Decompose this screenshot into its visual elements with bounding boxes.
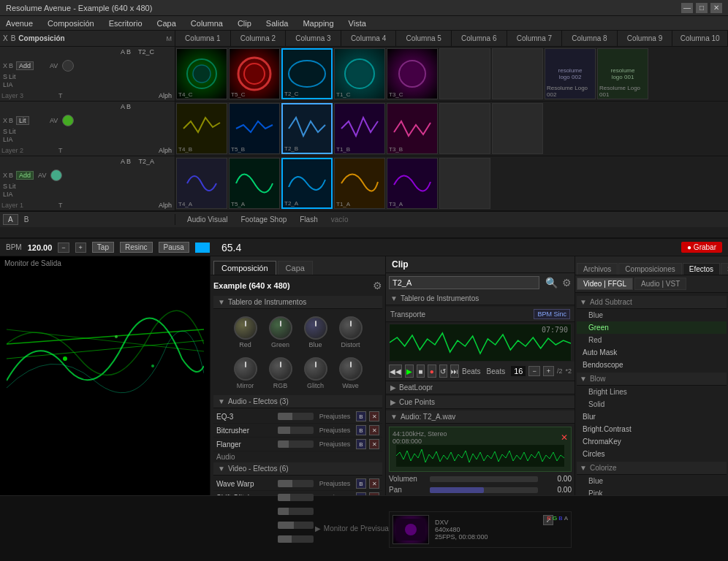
menu-mapping[interactable]: Mapping <box>300 19 336 28</box>
knob-blue-control[interactable] <box>304 316 327 340</box>
clip-l1-4[interactable]: T1_A <box>334 158 385 209</box>
layer3-lit[interactable]: Lit <box>9 73 16 80</box>
clip-l3-5[interactable]: T3_C <box>387 48 438 99</box>
maximize-button[interactable]: □ <box>696 3 708 13</box>
tab-composicion[interactable]: Composición <box>213 261 276 275</box>
clip-l3-4[interactable]: T1_C <box>334 48 385 99</box>
layer1-lit[interactable]: Lit <box>9 183 16 190</box>
clip-tablero-header[interactable]: ▼ Tablero de Instrumentos <box>386 292 575 305</box>
effect-circles[interactable]: Circles <box>577 448 727 460</box>
audio-close-icon[interactable]: ✕ <box>561 432 568 443</box>
clip-search-icon[interactable]: 🔍 <box>545 277 558 289</box>
beats-number[interactable]: 16 <box>511 366 526 376</box>
effects-tab-sources[interactable]: Sources <box>721 263 728 275</box>
clip-l1-5[interactable]: T3_A <box>387 158 438 209</box>
clip-name-input[interactable] <box>389 276 539 289</box>
clip-l2-3[interactable]: T2_B <box>281 103 333 154</box>
layer2-x[interactable]: X <box>3 117 7 124</box>
video-section-header[interactable]: ▼ Video - Efectos (6) <box>213 462 382 476</box>
col-header-9[interactable]: Columna 9 <box>618 31 673 46</box>
clip-l2-2[interactable]: T5_B <box>229 103 280 154</box>
effects-tab-efectos[interactable]: Efectos <box>683 263 720 275</box>
col-header-10[interactable]: Columna 10 <box>672 31 728 46</box>
bpm-value[interactable]: 120.00 <box>28 243 53 252</box>
transport-play[interactable]: ▶ <box>405 365 414 378</box>
category-blow[interactable]: ▼ Blow <box>577 373 727 386</box>
layer3-x[interactable]: X <box>3 62 7 69</box>
effect-addsubtract-blue[interactable]: Blue <box>577 309 727 321</box>
effect-addsubtract-red[interactable]: Red <box>577 334 727 346</box>
menu-vista[interactable]: Vista <box>346 19 369 28</box>
nav-vacio[interactable]: vacío <box>325 214 354 225</box>
beats-minus[interactable]: − <box>528 366 539 376</box>
layer2-btn-lit[interactable]: Lit <box>16 116 29 125</box>
col-header-8[interactable]: Columna 8 <box>562 31 618 46</box>
layer3-btn-add[interactable]: Add <box>16 61 34 70</box>
layer1-s[interactable]: S <box>3 183 7 190</box>
clip-l2-5[interactable]: T3_B <box>387 103 438 154</box>
menu-composicion[interactable]: Composición <box>45 19 97 28</box>
effect-bitcrusher-b[interactable]: B <box>356 425 366 435</box>
subtab-video[interactable]: Video | FFGL <box>577 278 633 290</box>
tab-capa[interactable]: Capa <box>278 261 313 275</box>
tablero-header[interactable]: ▼ Tablero de Instrumentos <box>213 296 382 309</box>
effect-bitcrusher-x[interactable]: ✕ <box>369 425 379 435</box>
effect-eq3-b[interactable]: B <box>356 411 366 421</box>
clip-l2-4[interactable]: T1_B <box>334 103 385 154</box>
layer1-lia[interactable]: LIA <box>3 191 13 198</box>
knob-glitch-control[interactable] <box>304 357 327 381</box>
category-colorize[interactable]: ▼ Colorize <box>577 462 727 475</box>
bpm-toggle[interactable] <box>195 243 210 253</box>
menu-salida[interactable]: Salida <box>263 19 292 28</box>
effect-automask[interactable]: Auto Mask <box>577 346 727 359</box>
effects-tab-archivos[interactable]: Archivos <box>577 263 618 275</box>
nav-audio-visual[interactable]: Audio Visual <box>181 214 233 225</box>
clip-l3-8[interactable]: resolumelogo 002 Resolume Logo 002 <box>545 48 596 99</box>
resinc-button[interactable]: Resinc <box>120 242 153 253</box>
effect-bendoscope[interactable]: Bendoscope <box>577 359 727 371</box>
col-header-3[interactable]: Columna 3 <box>286 31 341 46</box>
monitor-preview[interactable]: ▶ Monitor de Previsualización <box>0 495 728 548</box>
nav-a[interactable]: A <box>3 214 18 225</box>
effect-flanger-x[interactable]: ✕ <box>369 439 379 449</box>
clip-audio-header[interactable]: ▼ Audio: T2_A.wav <box>386 411 575 424</box>
pan-track[interactable] <box>430 487 538 493</box>
layer3-lia[interactable]: LIA <box>3 81 13 88</box>
effect-brightcontrast[interactable]: Bright.Contrast <box>577 423 727 435</box>
nav-flash[interactable]: Flash <box>294 214 323 225</box>
transport-skip[interactable]: ⏭ <box>450 365 459 378</box>
clip-l3-6[interactable] <box>439 48 490 99</box>
beats-plus[interactable]: + <box>543 366 554 376</box>
effect-colorize-blue[interactable]: Blue <box>577 475 727 487</box>
audio-section-header[interactable]: ▼ Audio - Efectos (3) <box>213 395 382 408</box>
layer1-x[interactable]: X <box>3 172 7 179</box>
col-header-6[interactable]: Columna 6 <box>452 31 507 46</box>
clip-l1-2[interactable]: T5_A <box>229 158 280 209</box>
clip-l3-9[interactable]: resolumelogo 001 Resolume Logo 001 <box>597 48 648 99</box>
audio-collapse[interactable]: Audio <box>213 451 382 462</box>
effect-blur[interactable]: Blur <box>577 411 727 423</box>
tap-button[interactable]: Tap <box>92 242 114 253</box>
layer3-b[interactable]: B <box>9 62 13 69</box>
layer3-s[interactable]: S <box>3 73 7 80</box>
layer2-s[interactable]: S <box>3 128 7 135</box>
clip-l1-1[interactable]: T4_A <box>176 158 227 209</box>
effect-addsubtract-green[interactable]: Green <box>577 321 727 334</box>
comp-settings-icon[interactable]: ⚙ <box>373 280 382 291</box>
bpm-minus-button[interactable]: − <box>58 243 69 253</box>
video-r-btn[interactable]: R <box>547 515 551 522</box>
menu-columna[interactable]: Columna <box>188 19 226 28</box>
clip-l2-1[interactable]: T4_B <box>176 103 227 154</box>
layer2-lit2[interactable]: Lit <box>9 128 16 135</box>
category-addsubtract[interactable]: ▼ Add Subtract <box>577 296 727 309</box>
knob-distort-control[interactable] <box>339 316 363 340</box>
clip-settings-icon[interactable]: ⚙ <box>562 277 572 289</box>
layer3-knob[interactable] <box>62 60 74 72</box>
effect-wavewarp-label[interactable]: Preajustes <box>316 480 353 487</box>
effect-blow-brightlines[interactable]: Bright Lines <box>577 386 727 398</box>
transport-loop[interactable]: ↺ <box>439 365 448 378</box>
clip-l3-1[interactable]: T4_C <box>176 48 227 99</box>
effect-wavewarp-x[interactable]: ✕ <box>369 478 379 489</box>
col-header-4[interactable]: Columna 4 <box>341 31 397 46</box>
effect-eq3-x[interactable]: ✕ <box>369 411 379 421</box>
